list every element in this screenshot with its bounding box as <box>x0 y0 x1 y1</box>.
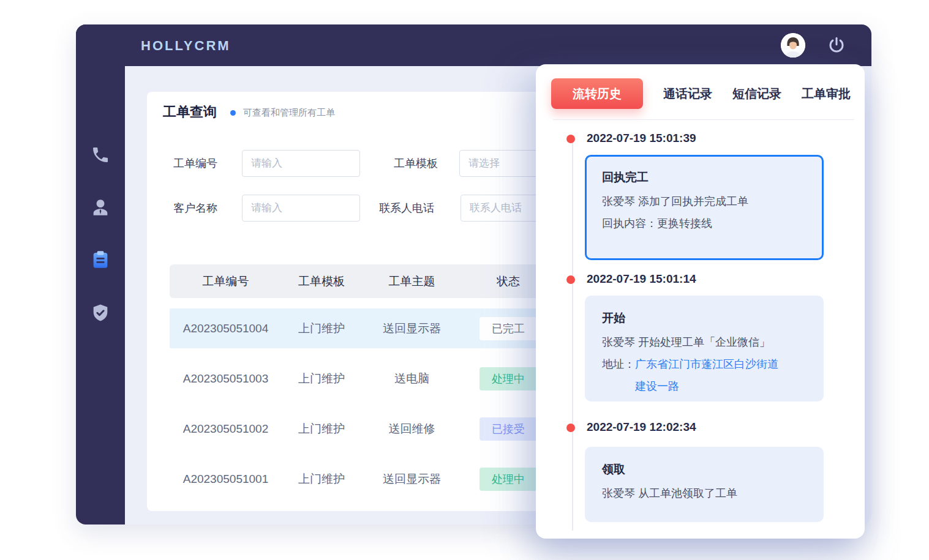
tabs-divider <box>553 119 854 120</box>
address-link[interactable]: 广东省江门市蓬江区白沙街道建设一路 <box>635 353 785 397</box>
phone-icon <box>91 145 110 165</box>
shield-check-icon <box>91 303 110 323</box>
timeline-card-claim: 领取 张爱琴 从工单池领取了工单 <box>585 447 824 522</box>
col-header-subject: 工单主题 <box>361 274 462 289</box>
top-bar: HOLLYCRM <box>76 24 871 66</box>
col-header-order-id: 工单编号 <box>170 274 282 289</box>
timeline-card-receipt-complete: 回执完工 张爱琴 添加了回执并完成工单 回执内容：更换转接线 <box>585 155 824 260</box>
filter-label-template: 工单模板 <box>394 156 459 171</box>
timeline-dot <box>566 135 575 143</box>
status-badge: 处理中 <box>480 367 537 390</box>
page: HOLLYCRM <box>0 0 929 560</box>
address-label: 地址： <box>602 353 635 375</box>
status-badge: 已接受 <box>480 417 537 441</box>
detail-panel: 流转历史 通话记录 短信记录 工单审批 2022-07-19 15:01:39 … <box>536 64 865 539</box>
sidebar-item-calls[interactable] <box>90 144 111 165</box>
order-id-input[interactable] <box>242 150 360 177</box>
sidebar-item-security[interactable] <box>90 302 111 323</box>
subtitle-dot-icon <box>230 110 236 116</box>
power-icon[interactable] <box>827 36 846 54</box>
timeline-timestamp: 2022-07-19 12:02:34 <box>587 420 696 434</box>
customer-name-input[interactable] <box>242 195 360 222</box>
sidebar-item-workorders[interactable] <box>90 250 111 271</box>
status-badge: 处理中 <box>480 468 537 491</box>
page-subtitle: 可查看和管理所有工单 <box>243 105 335 119</box>
filter-label-phone: 联系人电话 <box>379 201 461 215</box>
timeline-dot <box>566 424 575 432</box>
tab-call-records[interactable]: 通话记录 <box>663 86 712 102</box>
filter-label-customer: 客户名称 <box>173 201 242 215</box>
page-title: 工单查询 <box>163 103 217 121</box>
status-badge: 已完工 <box>480 317 537 340</box>
tab-workorder-approval[interactable]: 工单审批 <box>802 86 851 102</box>
tab-sms-records[interactable]: 短信记录 <box>732 86 781 102</box>
timeline-card-start: 开始 张爱琴 开始处理工单「企业微信」 地址： 广东省江门市蓬江区白沙街道建设一… <box>585 296 824 401</box>
col-header-template: 工单模板 <box>282 274 361 289</box>
timeline-dot <box>566 275 575 284</box>
filter-label-order-id: 工单编号 <box>173 156 242 171</box>
user-avatar[interactable] <box>781 33 805 58</box>
sidebar-item-customers[interactable] <box>90 197 111 218</box>
timeline-timestamp: 2022-07-19 15:01:14 <box>587 272 696 286</box>
timeline-timestamp: 2022-07-19 15:01:39 <box>587 132 696 145</box>
person-icon <box>90 197 111 218</box>
clipboard-icon <box>90 250 111 271</box>
side-nav <box>76 24 125 525</box>
timeline-line <box>572 139 573 531</box>
app-brand: HOLLYCRM <box>141 38 231 54</box>
panel-tabs: 流转历史 通话记录 短信记录 工单审批 <box>551 78 851 109</box>
tab-circulation-history[interactable]: 流转历史 <box>551 78 643 109</box>
